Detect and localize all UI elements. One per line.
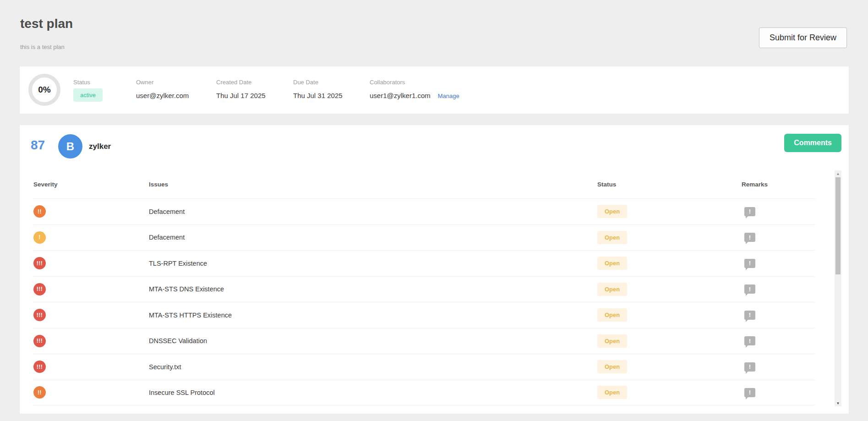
status-badge: active — [73, 88, 103, 102]
issue-name: DNSSEC Validation — [149, 337, 597, 344]
severity-icon: !!! — [33, 309, 46, 321]
collaborators-label: Collaborators — [370, 79, 405, 86]
group-avatar-letter: B — [66, 140, 74, 153]
owner-label: Owner — [136, 79, 153, 86]
table-row[interactable]: ! Defacement Open ! — [33, 224, 815, 251]
column-header-status: Status — [597, 181, 742, 188]
scrollbar-thumb[interactable] — [835, 177, 841, 274]
issue-name: MTA-STS DNS Existence — [149, 285, 597, 293]
table-row[interactable]: !!! Security.txt Open ! — [33, 354, 815, 380]
test-plan-page: test plan this is a test plan Submit for… — [0, 0, 868, 421]
severity-icon: !!! — [33, 257, 46, 269]
progress-percent: 0% — [38, 85, 50, 95]
due-date-label: Due Date — [293, 79, 318, 86]
table-row[interactable]: !! Defacement Open ! — [33, 198, 815, 224]
page-subtitle: this is a test plan — [20, 44, 65, 50]
issue-name: MTA-STS HTTPS Existence — [149, 312, 597, 319]
table-row[interactable]: !! Insecure SSL Protocol Open ! — [33, 380, 815, 406]
table-row[interactable]: !!! MTA-STS DNS Existence Open ! — [33, 276, 815, 302]
submit-for-review-button[interactable]: Submit for Review — [759, 27, 847, 48]
due-date-value: Thu Jul 31 2025 — [293, 92, 343, 99]
severity-icon: !!! — [33, 361, 46, 373]
plan-summary-card: 0% Status active Owner user@zylker.com C… — [20, 66, 849, 114]
owner-value: user@zylker.com — [136, 92, 189, 99]
issue-name: Security.txt — [149, 363, 597, 371]
issue-name: Defacement — [149, 208, 597, 215]
issue-name: TLS-RPT Existence — [149, 260, 597, 267]
remark-icon[interactable]: ! — [744, 259, 755, 268]
remark-icon[interactable]: ! — [744, 207, 755, 216]
status-open-badge[interactable]: Open — [597, 231, 627, 244]
remark-icon[interactable]: ! — [744, 336, 755, 345]
status-label: Status — [73, 79, 90, 86]
collaborators-value: user1@zylker1.com — [370, 92, 431, 99]
status-open-badge[interactable]: Open — [597, 257, 627, 270]
page-title: test plan — [20, 16, 73, 31]
status-open-badge[interactable]: Open — [597, 334, 627, 348]
severity-icon: !! — [33, 386, 46, 399]
created-date-value: Thu Jul 17 2025 — [216, 92, 266, 99]
issues-count: 87 — [31, 138, 45, 153]
status-open-badge[interactable]: Open — [597, 205, 627, 218]
scrollbar-up-arrow-icon[interactable]: ▲ — [835, 170, 841, 177]
status-open-badge[interactable]: Open — [597, 386, 627, 399]
column-header-severity: Severity — [33, 181, 149, 188]
comments-button[interactable]: Comments — [784, 134, 841, 152]
table-row[interactable]: !!! DNSSEC Validation Open ! — [33, 328, 815, 354]
progress-ring: 0% — [28, 74, 60, 106]
status-open-badge[interactable]: Open — [597, 360, 627, 373]
remark-icon[interactable]: ! — [744, 284, 755, 294]
scrollbar-down-arrow-icon[interactable]: ▼ — [835, 400, 841, 406]
severity-icon: !!! — [33, 283, 46, 295]
remark-icon[interactable]: ! — [744, 362, 755, 372]
column-header-issues: Issues — [149, 181, 597, 188]
group-name: zylker — [89, 142, 111, 151]
manage-collaborators-link[interactable]: Manage — [438, 93, 459, 99]
status-open-badge[interactable]: Open — [597, 308, 627, 322]
severity-icon: ! — [33, 231, 46, 244]
column-header-remarks: Remarks — [742, 181, 815, 188]
created-date-label: Created Date — [216, 79, 251, 86]
remark-icon[interactable]: ! — [744, 311, 755, 320]
severity-icon: !! — [33, 205, 46, 218]
status-open-badge[interactable]: Open — [597, 283, 627, 296]
issue-name: Insecure SSL Protocol — [149, 389, 597, 396]
table-row[interactable]: !!! TLS-RPT Existence Open ! — [33, 250, 815, 276]
issues-table: Severity Issues Status Remarks !! Deface… — [20, 170, 815, 406]
group-avatar: B — [58, 134, 82, 159]
issue-name: Defacement — [149, 234, 597, 241]
table-row[interactable]: !!! MTA-STS HTTPS Existence Open ! — [33, 302, 815, 328]
table-header-row: Severity Issues Status Remarks — [33, 170, 815, 198]
issues-card: 87 B zylker Comments Severity Issues Sta… — [20, 125, 849, 414]
remark-icon[interactable]: ! — [744, 388, 755, 397]
remark-icon[interactable]: ! — [744, 233, 755, 242]
severity-icon: !!! — [33, 335, 46, 347]
table-scrollbar[interactable]: ▲ ▼ — [835, 170, 841, 406]
